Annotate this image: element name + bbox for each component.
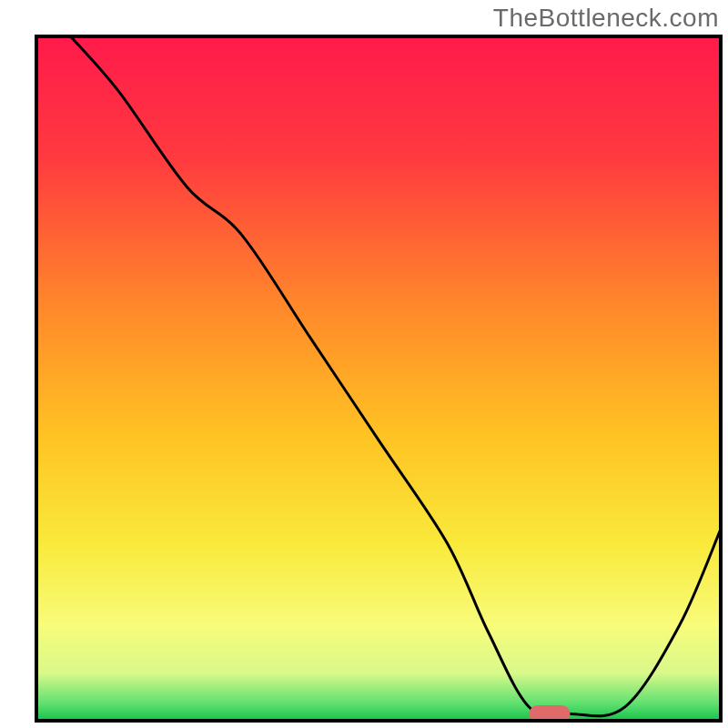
bottleneck-chart xyxy=(0,0,728,728)
chart-container: TheBottleneck.com xyxy=(0,0,728,728)
gradient-background xyxy=(36,36,721,721)
watermark-text: TheBottleneck.com xyxy=(493,4,719,33)
